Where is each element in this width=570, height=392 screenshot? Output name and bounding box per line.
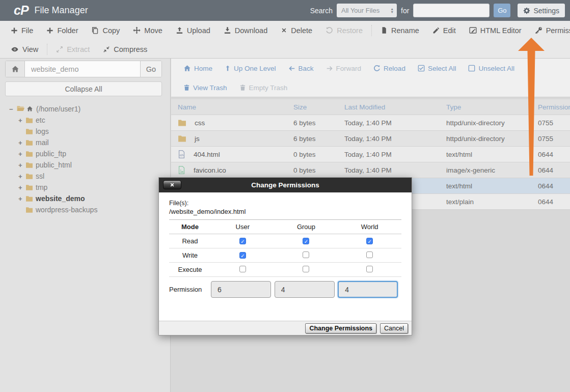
table-row-404[interactable]: 404.html 0 bytes Today, 1:40 PM text/htm…	[171, 147, 570, 162]
table-row-js[interactable]: js 6 bytes Today, 1:40 PM httpd/unix-dir…	[171, 131, 570, 147]
tree-item-mail[interactable]: +mail	[18, 137, 97, 148]
expand-toggle-icon[interactable]: +	[18, 195, 25, 203]
column-header-modified[interactable]: Last Modified	[344, 103, 446, 111]
tree-item-website-demo[interactable]: +website_demo	[18, 193, 97, 204]
toolbar-html-editor-label: HTML Editor	[480, 26, 522, 35]
collapse-toggle-icon[interactable]: −	[9, 105, 16, 113]
toolbar-separator	[371, 25, 372, 36]
collapse-all-button[interactable]: Collapse All	[5, 81, 162, 96]
tree-item-home[interactable]: − (/home/user1)	[9, 103, 97, 115]
tree-item-tmp[interactable]: +tmp	[18, 182, 97, 193]
toolbar-extract-button[interactable]: Extract	[49, 45, 96, 53]
close-button[interactable]	[163, 180, 181, 189]
toolbar-folder-button[interactable]: Folder	[40, 26, 85, 35]
change-permissions-submit-button[interactable]: Change Permissions	[305, 323, 376, 333]
folder-icon	[178, 119, 186, 127]
expand-toggle-icon[interactable]: +	[18, 173, 25, 180]
path-input[interactable]	[25, 61, 140, 77]
folder-icon	[25, 139, 33, 146]
column-header-size[interactable]: Size	[293, 103, 344, 111]
sidebar: Go Collapse All − (/home/user1) +etc log…	[0, 59, 171, 392]
nav-select-all-link[interactable]: Select All	[412, 65, 463, 72]
execute-world-checkbox[interactable]	[366, 266, 373, 272]
nav-unselect-all-link[interactable]: Unselect All	[462, 65, 521, 72]
reload-icon	[373, 65, 381, 72]
column-header-name[interactable]: Name	[171, 103, 293, 111]
nav-up-one-level-link[interactable]: Up One Level	[219, 65, 282, 72]
permission-value-row: Permission	[169, 277, 401, 303]
nav-view-trash-link[interactable]: View Trash	[177, 84, 233, 92]
search-go-button[interactable]: Go	[494, 4, 510, 17]
table-row-favicon[interactable]: favicon.ico 0 bytes Today, 1:40 PM image…	[171, 162, 570, 178]
toolbar-rename-button[interactable]: Rename	[374, 26, 426, 35]
write-world-checkbox[interactable]	[366, 251, 373, 258]
file-nav-bar: Home Up One Level Back Forward Reload Se…	[171, 59, 570, 97]
toolbar-copy-button[interactable]: Copy	[85, 26, 126, 35]
tree-item-logs[interactable]: logs	[18, 126, 97, 137]
download-icon	[224, 26, 231, 34]
toolbar-delete-button[interactable]: Delete	[274, 26, 319, 35]
tree-item-ssl[interactable]: +ssl	[18, 171, 97, 182]
upload-icon	[176, 26, 183, 34]
cancel-button[interactable]: Cancel	[380, 323, 408, 333]
permission-label: Permission	[169, 286, 211, 293]
execute-label: Execute	[169, 266, 211, 273]
write-user-checkbox[interactable]	[239, 252, 246, 259]
path-go-button[interactable]: Go	[140, 61, 161, 77]
search-input[interactable]	[413, 4, 490, 17]
toolbar-separator	[47, 44, 47, 55]
expand-toggle-icon[interactable]: +	[18, 117, 25, 124]
toolbar-download-button[interactable]: Download	[217, 26, 275, 35]
nav-reload-label: Reload	[384, 65, 405, 72]
toolbar-permissions-label: Permissions	[546, 26, 570, 35]
file-modified: Today, 1:40 PM	[344, 166, 446, 174]
tree-item-etc[interactable]: +etc	[18, 115, 97, 126]
nav-home-link[interactable]: Home	[177, 65, 219, 72]
expand-toggle-icon[interactable]: +	[18, 184, 25, 191]
pencil-icon	[432, 27, 440, 34]
table-row-css[interactable]: css 6 bytes Today, 1:40 PM httpd/unix-di…	[171, 115, 570, 131]
expand-toggle-icon[interactable]: +	[18, 161, 25, 169]
group-permission-input[interactable]	[275, 281, 335, 298]
nav-back-link[interactable]: Back	[282, 65, 320, 72]
tree-item-public-html[interactable]: +public_html	[18, 159, 97, 171]
search-scope-select[interactable]: All Your Files ▲▼	[337, 4, 397, 17]
toolbar-restore-button[interactable]: Restore	[319, 26, 369, 35]
toolbar-permissions-button[interactable]: Permissions	[528, 26, 570, 35]
nav-view-trash-label: View Trash	[193, 84, 227, 92]
write-group-checkbox[interactable]	[303, 251, 309, 258]
read-group-checkbox[interactable]	[303, 238, 309, 244]
nav-empty-trash-link[interactable]: Empty Trash	[233, 84, 294, 92]
file-size: 0 bytes	[293, 151, 344, 158]
toolbar-move-label: Move	[144, 26, 162, 35]
toolbar-view-label: View	[22, 45, 38, 53]
expand-toggle-icon[interactable]: +	[18, 139, 25, 147]
user-permission-input[interactable]	[211, 281, 271, 298]
tree-item-wordpress-backups[interactable]: wordpress-backups	[18, 204, 97, 215]
execute-user-checkbox[interactable]	[239, 266, 246, 272]
tree-item-public-ftp[interactable]: +public_ftp	[18, 148, 97, 159]
settings-button[interactable]: Settings	[518, 4, 565, 17]
home-icon	[183, 65, 191, 72]
nav-forward-link[interactable]: Forward	[320, 65, 368, 72]
toolbar-file-button[interactable]: File	[4, 26, 40, 35]
toolbar-edit-button[interactable]: Edit	[426, 26, 463, 35]
toolbar-upload-button[interactable]: Upload	[169, 26, 217, 35]
toolbar-edit-label: Edit	[443, 26, 456, 35]
write-label: Write	[169, 251, 211, 259]
path-home-button[interactable]	[6, 61, 25, 77]
expand-toggle-icon[interactable]: +	[18, 150, 25, 158]
toolbar-move-button[interactable]: Move	[126, 26, 169, 35]
compress-icon	[103, 46, 110, 53]
nav-reload-link[interactable]: Reload	[367, 65, 412, 72]
nav-home-label: Home	[194, 65, 212, 72]
world-permission-input[interactable]	[338, 281, 398, 298]
nav-empty-trash-label: Empty Trash	[249, 84, 288, 92]
execute-group-checkbox[interactable]	[303, 266, 309, 272]
toolbar-view-button[interactable]: View	[4, 45, 45, 53]
toolbar-compress-label: Compress	[114, 45, 147, 53]
read-user-checkbox[interactable]	[239, 238, 246, 244]
toolbar-html-editor-button[interactable]: HTML Editor	[463, 26, 528, 35]
read-world-checkbox[interactable]	[366, 238, 373, 244]
toolbar-compress-button[interactable]: Compress	[96, 45, 154, 53]
